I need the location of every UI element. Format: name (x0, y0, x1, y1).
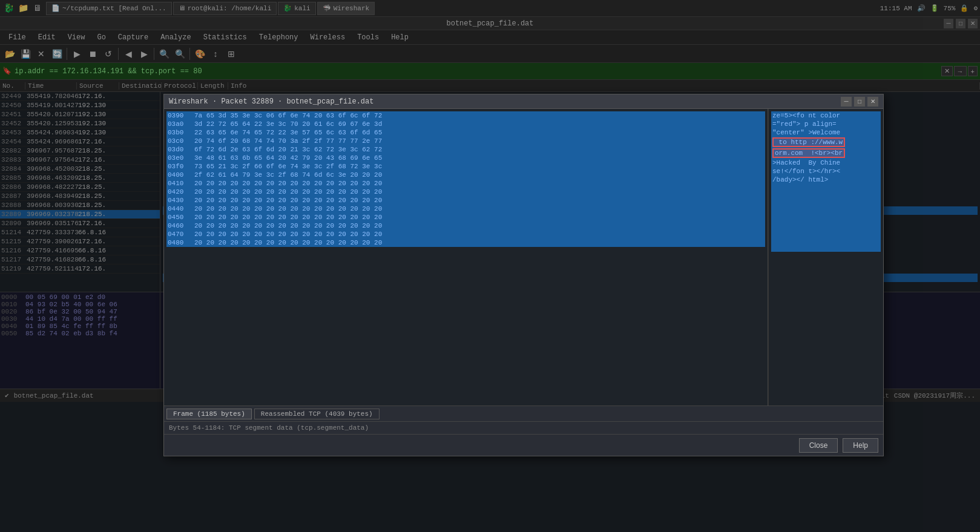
hex-addr: 0440 (168, 205, 189, 212)
hex-addr: 0470 (168, 231, 189, 238)
ascii-red-highlight: orm.com !<br><br (772, 148, 845, 158)
hex-row: 03b022 63 65 6e 74 65 72 22 3e 57 65 6c … (166, 128, 765, 137)
popup-minimize-btn[interactable]: ─ (841, 97, 852, 107)
hex-row: 042020 20 20 20 20 20 20 20 20 20 20 20 … (166, 188, 765, 196)
hex-row: 046020 20 20 20 20 20 20 20 20 20 20 20 … (166, 222, 765, 230)
hex-addr: 03e0 (168, 154, 189, 162)
hex-bytes: 20 74 6f 20 68 74 74 70 3a 2f 2f 77 77 7… (194, 137, 764, 145)
ascii-line (771, 243, 881, 252)
hex-row: 03907a 65 3d 35 3e 3c 06 6f 6e 74 20 63 … (166, 111, 765, 120)
hex-row: 043020 20 20 20 20 20 20 20 20 20 20 20 … (166, 196, 765, 205)
popup-controls: ─ □ ✕ (841, 97, 878, 107)
hex-addr: 03d0 (168, 146, 189, 153)
ascii-red-highlight: to http ://www.w (772, 137, 845, 147)
hex-addr: 03b0 (168, 129, 189, 136)
popup-close-action-btn[interactable]: Close (799, 438, 838, 453)
hex-bytes: 22 63 65 6e 74 65 72 22 3e 57 65 6c 63 6… (194, 129, 764, 136)
ascii-line (771, 192, 881, 201)
ascii-line (771, 184, 881, 192)
popup-close-btn[interactable]: ✕ (867, 97, 878, 107)
popup-titlebar: Wireshark · Packet 32889 · botnet_pcap_f… (164, 94, 883, 109)
hex-addr: 03f0 (168, 163, 189, 170)
hex-addr: 0450 (168, 214, 189, 221)
hex-addr: 0410 (168, 180, 189, 187)
hex-addr: 0480 (168, 239, 189, 246)
hex-bytes: 73 65 21 3c 2f 66 6f 6e 74 3e 3c 2f 68 7… (194, 163, 764, 170)
hex-bytes: 6f 72 6d 2e 63 6f 6d 20 21 3c 62 72 3e 3… (194, 146, 764, 153)
ascii-line (771, 209, 881, 218)
popup-ascii-panel: ze=5><fo nt color="red"> p align="center… (768, 109, 883, 406)
hex-bytes: 20 20 20 20 20 20 20 20 20 20 20 20 20 2… (194, 197, 764, 204)
hex-bytes: 20 20 20 20 20 20 20 20 20 20 20 20 20 2… (194, 205, 764, 212)
hex-row: 03e03e 48 61 63 6b 65 64 20 42 79 20 43 … (166, 154, 765, 162)
hex-bytes: 3d 22 72 65 64 22 3e 3c 70 20 61 6c 69 6… (194, 120, 764, 128)
popup-help-btn[interactable]: Help (843, 438, 878, 453)
hex-addr: 0390 (168, 112, 189, 119)
hex-bytes: 20 20 20 20 20 20 20 20 20 20 20 20 20 2… (194, 222, 764, 229)
hex-bytes: 3e 48 61 63 6b 65 64 20 42 79 20 43 68 6… (194, 154, 764, 162)
ascii-line (771, 201, 881, 209)
ascii-line (771, 218, 881, 226)
hex-row: 03a03d 22 72 65 64 22 3e 3c 70 20 61 6c … (166, 120, 765, 128)
tab-frame[interactable]: Frame (1185 bytes) (166, 409, 252, 419)
ascii-line: >Hacked By Chine (771, 159, 881, 167)
hex-row: 04002f 62 61 64 79 3e 3c 2f 68 74 6d 6c … (166, 171, 765, 179)
hex-row: 047020 20 20 20 20 20 20 20 20 20 20 20 … (166, 230, 765, 238)
tab-reassembled[interactable]: Reassembled TCP (4039 bytes) (254, 409, 380, 419)
ascii-line (771, 226, 881, 235)
hex-bytes: 7a 65 3d 35 3e 3c 06 6f 6e 74 20 63 6f 6… (194, 112, 764, 119)
popup-hex-panel: 03907a 65 3d 35 3e 3c 06 6f 6e 74 20 63 … (164, 109, 768, 406)
popup-title: Wireshark · Packet 32889 · botnet_pcap_f… (169, 97, 373, 106)
popup-dialog: Wireshark · Packet 32889 · botnet_pcap_f… (163, 94, 884, 456)
hex-row: 045020 20 20 20 20 20 20 20 20 20 20 20 … (166, 213, 765, 222)
hex-row: 03c020 74 6f 20 68 74 74 70 3a 2f 2f 77 … (166, 137, 765, 145)
hex-addr: 0400 (168, 171, 189, 179)
hex-bytes: 20 20 20 20 20 20 20 20 20 20 20 20 20 2… (194, 188, 764, 195)
popup-footer-text: Bytes 54-1184: TCP segment data (tcp.seg… (169, 424, 369, 432)
hex-addr: 0460 (168, 222, 189, 229)
ascii-line: orm.com !<br><br (771, 148, 881, 159)
ascii-line (771, 235, 881, 243)
ascii-line: ze=5><fo nt color (771, 111, 881, 120)
ascii-line: /bady></ html> (771, 176, 881, 184)
hex-bytes: 20 20 20 20 20 20 20 20 20 20 20 20 20 2… (194, 214, 764, 221)
popup-content: 03907a 65 3d 35 3e 3c 06 6f 6e 74 20 63 … (164, 109, 883, 406)
popup-action-bar: Close Help (164, 434, 883, 456)
hex-addr: 03a0 (168, 120, 189, 128)
hex-row: 03d06f 72 6d 2e 63 6f 6d 20 21 3c 62 72 … (166, 145, 765, 154)
hex-addr: 03c0 (168, 137, 189, 145)
hex-bytes: 20 20 20 20 20 20 20 20 20 20 20 20 20 2… (194, 231, 764, 238)
hex-row: 041020 20 20 20 20 20 20 20 20 20 20 20 … (166, 179, 765, 188)
hex-addr: 0430 (168, 197, 189, 204)
ascii-line: "center" >Welcome (771, 128, 881, 137)
hex-row: 044020 20 20 20 20 20 20 20 20 20 20 20 … (166, 205, 765, 213)
hex-row: 048020 20 20 20 20 20 20 20 20 20 20 20 … (166, 238, 765, 247)
hex-bytes: 20 20 20 20 20 20 20 20 20 20 20 20 20 2… (194, 239, 764, 246)
ascii-line: se!</fon t></hr>< (771, 167, 881, 176)
hex-addr: 0420 (168, 188, 189, 195)
popup-maximize-btn[interactable]: □ (854, 97, 865, 107)
hex-bytes: 2f 62 61 64 79 3e 3c 2f 68 74 6d 6c 3e 2… (194, 171, 764, 179)
popup-footer: Bytes 54-1184: TCP segment data (tcp.seg… (164, 421, 883, 434)
hex-row: 03f073 65 21 3c 2f 66 6f 6e 74 3e 3c 2f … (166, 162, 765, 171)
ascii-line: ="red"> p align= (771, 120, 881, 128)
ascii-line: to http ://www.w (771, 137, 881, 148)
popup-tabbar: Frame (1185 bytes) Reassembled TCP (4039… (164, 406, 883, 421)
hex-bytes: 20 20 20 20 20 20 20 20 20 20 20 20 20 2… (194, 180, 764, 187)
